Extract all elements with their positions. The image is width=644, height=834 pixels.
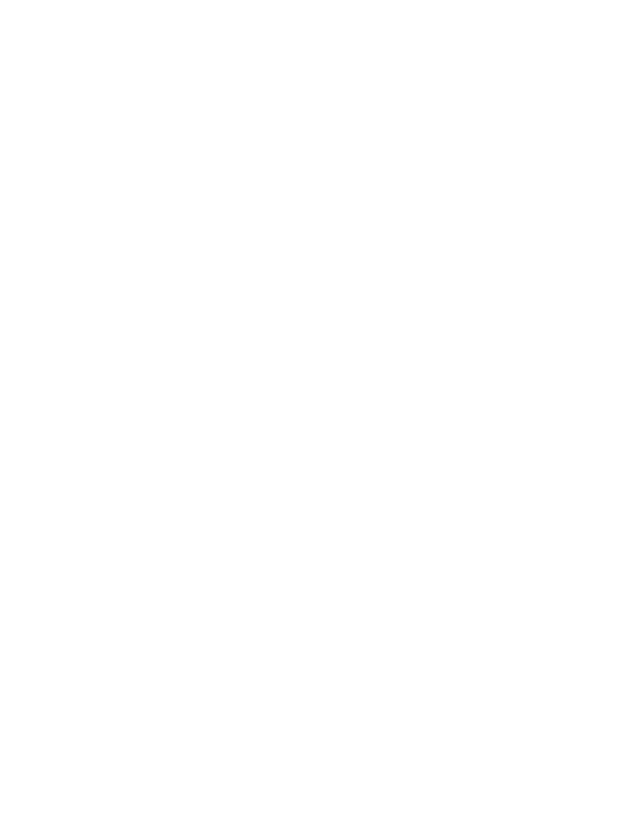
brand-logo: optiview [83,35,252,42]
